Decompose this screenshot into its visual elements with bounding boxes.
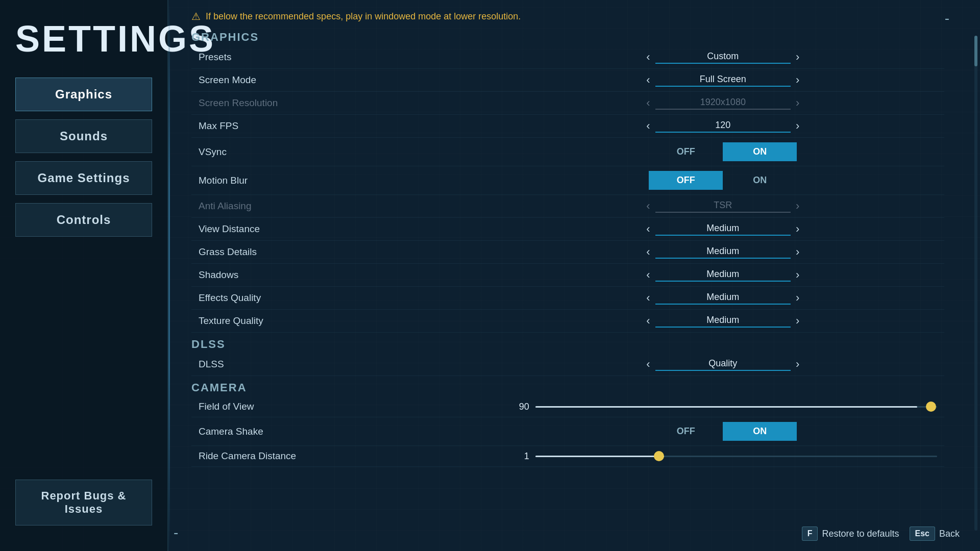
dlss-arrow-control: ‹ Quality › (641, 358, 804, 371)
setting-label-dlss: DLSS (199, 359, 509, 370)
effects-quality-arrow-right[interactable]: › (791, 291, 804, 305)
screen-mode-arrow-control: ‹ Full Screen › (641, 73, 804, 87)
setting-label-grass-details: Grass Details (199, 246, 509, 258)
max-fps-arrow-right[interactable]: › (791, 119, 804, 133)
table-row: Presets ‹ Custom › (191, 46, 944, 69)
setting-label-screen-mode: Screen Mode (199, 74, 509, 86)
restore-defaults-hint: F Restore to defaults (802, 527, 899, 541)
warning-icon: ⚠ (191, 10, 201, 22)
nav-menu: Graphics Sounds Game Settings Controls (15, 78, 152, 237)
back-label: Back (939, 529, 960, 539)
setting-label-screen-resolution: Screen Resolution (199, 97, 509, 109)
camera-section-heading: Camera (191, 381, 944, 394)
anti-aliasing-arrow-control: ‹ TSR › (641, 199, 804, 213)
view-distance-arrow-control: ‹ Medium › (641, 222, 804, 236)
fov-slider-container: 90 (509, 402, 937, 412)
sidebar-item-controls[interactable]: Controls (15, 203, 152, 237)
table-row: Ride Camera Distance 1 (191, 446, 944, 467)
motion-blur-on-button[interactable]: ON (723, 171, 797, 190)
shadows-value: Medium (655, 269, 791, 282)
texture-quality-arrow-left[interactable]: ‹ (641, 314, 655, 328)
table-row: Camera Shake OFF ON (191, 417, 944, 446)
sidebar-item-game-settings[interactable]: Game Settings (15, 161, 152, 195)
max-fps-arrow-left[interactable]: ‹ (641, 119, 655, 133)
fov-slider-fill (535, 406, 917, 408)
view-distance-value: Medium (655, 223, 791, 236)
dlss-arrow-left[interactable]: ‹ (641, 358, 655, 371)
warning-bar: ⚠ If below the recommended specs, play i… (191, 10, 944, 22)
table-row: DLSS ‹ Quality › (191, 353, 944, 376)
fov-slider-thumb[interactable] (926, 402, 936, 412)
table-row: VSync OFF ON (191, 138, 944, 166)
setting-label-fov: Field of View (199, 401, 509, 412)
effects-quality-value: Medium (655, 292, 791, 305)
setting-control-ride-distance: 1 (509, 451, 937, 462)
camera-shake-toggle: OFF ON (649, 422, 797, 441)
setting-label-vsync: VSync (199, 146, 509, 158)
fov-slider-track[interactable] (535, 406, 937, 408)
setting-label-ride-distance: Ride Camera Distance (199, 450, 509, 462)
anti-aliasing-arrow-right: › (791, 199, 804, 213)
shadows-arrow-right[interactable]: › (791, 268, 804, 282)
setting-control-max-fps: ‹ 120 › (509, 119, 937, 133)
vsync-on-button[interactable]: ON (723, 142, 797, 161)
setting-control-effects-quality: ‹ Medium › (509, 291, 937, 305)
grass-details-arrow-right[interactable]: › (791, 245, 804, 259)
scrollbar-thumb[interactable] (974, 36, 977, 66)
shadows-arrow-left[interactable]: ‹ (641, 268, 655, 282)
screen-mode-arrow-right[interactable]: › (791, 73, 804, 87)
presets-arrow-right[interactable]: › (791, 51, 804, 64)
report-bugs-button[interactable]: Report Bugs & Issues (15, 480, 152, 525)
graphics-section-heading: Graphics (191, 31, 944, 44)
back-key-badge[interactable]: Esc (910, 527, 935, 541)
screen-resolution-arrow-control: ‹ 980x551 › (641, 96, 804, 110)
restore-key-badge[interactable]: F (802, 527, 818, 541)
setting-label-max-fps: Max FPS (199, 120, 509, 132)
effects-quality-arrow-left[interactable]: ‹ (641, 291, 655, 305)
dlss-value: Quality (655, 358, 791, 371)
grass-details-arrow-left[interactable]: ‹ (641, 245, 655, 259)
setting-control-anti-aliasing: ‹ TSR › (509, 199, 937, 213)
view-distance-arrow-right[interactable]: › (791, 222, 804, 236)
sidebar-item-sounds[interactable]: Sounds (15, 119, 152, 153)
table-row: Field of View 90 (191, 396, 944, 417)
ride-distance-slider-track[interactable] (535, 456, 937, 457)
restore-label: Restore to defaults (822, 529, 899, 539)
effects-quality-arrow-control: ‹ Medium › (641, 291, 804, 305)
view-distance-arrow-left[interactable]: ‹ (641, 222, 655, 236)
setting-control-presets: ‹ Custom › (509, 51, 937, 64)
vsync-toggle: OFF ON (649, 142, 797, 161)
texture-quality-arrow-right[interactable]: › (791, 314, 804, 328)
scrollbar[interactable] (974, 36, 977, 531)
max-fps-arrow-control: ‹ 120 › (641, 119, 804, 133)
setting-label-camera-shake: Camera Shake (199, 426, 509, 437)
sidebar-item-graphics[interactable]: Graphics (15, 78, 152, 111)
presets-arrow-left[interactable]: ‹ (641, 51, 655, 64)
setting-control-grass-details: ‹ Medium › (509, 245, 937, 259)
table-row: View Distance ‹ Medium › (191, 218, 944, 241)
shadows-arrow-control: ‹ Medium › (641, 268, 804, 282)
setting-control-vsync: OFF ON (509, 142, 937, 161)
texture-quality-arrow-control: ‹ Medium › (641, 314, 804, 328)
screen-mode-arrow-left[interactable]: ‹ (641, 73, 655, 87)
table-row: Effects Quality ‹ Medium › (191, 287, 944, 310)
dlss-section-heading: DLSS (191, 338, 944, 351)
grass-details-arrow-control: ‹ Medium › (641, 245, 804, 259)
motion-blur-toggle: OFF ON (649, 171, 797, 190)
ride-distance-value: 1 (509, 451, 529, 462)
presets-value: Custom (655, 51, 791, 64)
ride-distance-slider-thumb[interactable] (654, 451, 664, 461)
setting-label-motion-blur: Motion Blur (199, 175, 509, 186)
screen-resolution-value: 980x551 (655, 97, 791, 110)
setting-label-texture-quality: Texture Quality (199, 315, 509, 327)
camera-shake-off-button[interactable]: OFF (649, 422, 723, 441)
motion-blur-off-button[interactable]: OFF (649, 171, 723, 190)
max-fps-value: 120 (655, 120, 791, 133)
settings-scroll-area[interactable]: Graphics Presets ‹ Custom › Screen Mode … (191, 31, 944, 515)
screen-resolution-arrow-left: ‹ (641, 96, 655, 110)
vsync-off-button[interactable]: OFF (649, 142, 723, 161)
main-content: ⚠ If below the recommended specs, play i… (176, 0, 960, 551)
fov-value: 90 (509, 402, 529, 412)
dlss-arrow-right[interactable]: › (791, 358, 804, 371)
camera-shake-on-button[interactable]: ON (723, 422, 797, 441)
